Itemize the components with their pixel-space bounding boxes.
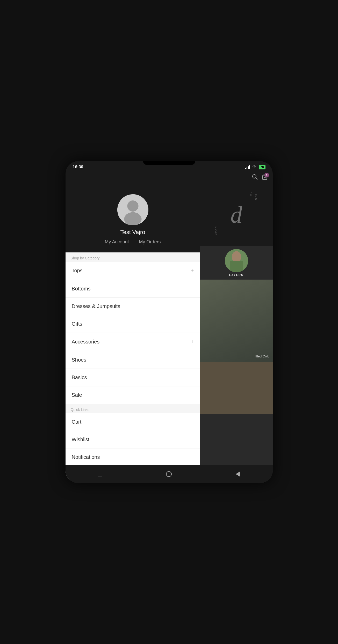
square-button[interactable] (95, 469, 105, 479)
layers-label: LAYERS (229, 273, 244, 276)
content-area: Test Vajro My Account | My Orders Shop b… (66, 184, 273, 480)
circle-icon (166, 471, 172, 477)
layers-image (225, 249, 248, 272)
dresses-jumpsuits-label: Dresses & Jumpsuits (72, 303, 120, 309)
sale-label: Sale (72, 392, 82, 398)
layers-category[interactable]: LAYERS (202, 249, 271, 276)
cart-link-label: Cart (72, 419, 82, 425)
quick-links-label: Quick Links (66, 404, 200, 413)
product-area-2 (200, 362, 273, 414)
product-image-area: ffled Cold (200, 280, 273, 362)
logo-text-co: CO (249, 192, 252, 197)
wifi-icon (252, 165, 257, 169)
user-section: Test Vajro My Account | My Orders (66, 184, 200, 252)
cart-badge: 1 (264, 173, 269, 177)
bottom-navigation (66, 465, 273, 483)
sidebar-item-notifications[interactable]: Notifications (66, 448, 200, 466)
bottoms-label: Bottoms (72, 286, 91, 292)
accessories-expand-icon: + (191, 339, 194, 345)
svg-rect-8 (230, 261, 243, 272)
basics-label: Basics (72, 375, 87, 380)
square-icon (98, 472, 102, 476)
svg-point-0 (253, 175, 256, 178)
logo-letter-d: d (231, 203, 242, 227)
store-logo: HING CO d MPAN (211, 189, 262, 241)
my-orders-link[interactable]: My Orders (139, 239, 161, 244)
tops-label: Tops (72, 268, 83, 274)
separator: | (133, 239, 135, 244)
wishlist-label: Wishlist (72, 437, 90, 443)
sidebar-item-gifts[interactable]: Gifts (66, 315, 200, 333)
svg-point-4 (127, 200, 138, 212)
sidebar-item-sale[interactable]: Sale (66, 386, 200, 404)
back-icon (236, 471, 240, 477)
sidebar-item-dresses-jumpsuits[interactable]: Dresses & Jumpsuits (66, 298, 200, 315)
sidebar-drawer: Test Vajro My Account | My Orders Shop b… (66, 184, 200, 480)
user-account-links[interactable]: My Account | My Orders (103, 239, 162, 245)
logo-text-hing: HING (255, 192, 257, 201)
back-button[interactable] (233, 469, 243, 479)
tops-expand-icon: + (191, 267, 194, 274)
accessories-label: Accessories (72, 339, 100, 345)
notifications-label: Notifications (72, 454, 100, 460)
app-header: 1 (66, 171, 273, 184)
svg-line-1 (256, 178, 257, 179)
gifts-label: Gifts (72, 321, 82, 327)
shop-by-category-label: Shop by Category (66, 252, 200, 262)
sidebar-item-bottoms[interactable]: Bottoms (66, 280, 200, 298)
store-logo-area: HING CO d MPAN (200, 184, 273, 246)
battery-icon: 78 (259, 165, 265, 169)
logo-text-mpan: MPAN (214, 226, 217, 235)
cart-button[interactable]: 1 (262, 174, 268, 181)
avatar (117, 194, 148, 225)
store-panel: HING CO d MPAN (200, 184, 273, 480)
sidebar-item-accessories[interactable]: Accessories + (66, 333, 200, 351)
layers-circle (225, 249, 248, 272)
product-caption: ffled Cold (255, 354, 270, 358)
phone-frame: 16:30 78 (66, 161, 273, 483)
category-circles: LAYERS (200, 246, 273, 280)
signal-icon (245, 165, 250, 169)
svg-point-5 (124, 212, 141, 225)
my-account-link[interactable]: My Account (105, 239, 129, 244)
user-name: Test Vajro (120, 229, 145, 236)
sidebar-item-shoes[interactable]: Shoes (66, 351, 200, 369)
sidebar-item-wishlist[interactable]: Wishlist (66, 431, 200, 448)
shoes-label: Shoes (72, 357, 87, 363)
home-button[interactable] (164, 469, 174, 479)
search-icon[interactable] (252, 174, 258, 181)
sidebar-item-basics[interactable]: Basics (66, 369, 200, 386)
status-icons: 78 (245, 165, 265, 169)
sidebar-item-tops[interactable]: Tops + (66, 262, 200, 280)
sidebar-item-cart[interactable]: Cart (66, 413, 200, 431)
phone-notch (143, 161, 195, 165)
status-time: 16:30 (73, 165, 83, 169)
phone-screen: 16:30 78 (66, 161, 273, 483)
